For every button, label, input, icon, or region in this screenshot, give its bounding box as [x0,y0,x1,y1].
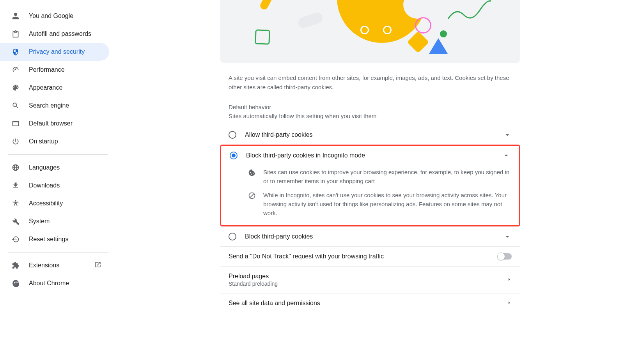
sidebar-item-performance[interactable]: Performance [0,61,109,79]
sidebar-separator [8,154,108,155]
sidebar-item-appearance[interactable]: Appearance [0,79,109,97]
sidebar-item-accessibility[interactable]: Accessibility [0,194,109,212]
sidebar-item-autofill[interactable]: Autofill and passwords [0,25,109,43]
settings-sidebar: You and Google Autofill and passwords Pr… [0,0,116,364]
explain-text: While in Incognito, sites can't use your… [263,191,511,218]
chevron-right-icon [507,300,512,307]
setting-label: Send a "Do Not Track" request with your … [229,253,384,260]
clipboard-icon [12,30,20,38]
sidebar-item-label: On startup [29,138,58,145]
option-block-incognito[interactable]: Block third-party cookies in Incognito m… [221,146,519,165]
browser-icon [12,120,20,127]
hero-illustration [220,0,520,63]
open-external-icon [94,261,101,270]
sidebar-item-label: About Chrome [29,280,69,287]
search-icon [12,102,20,110]
radio-icon [229,233,236,240]
chevron-down-icon[interactable] [503,232,512,241]
sidebar-item-search-engine[interactable]: Search engine [0,97,109,115]
toggle-off[interactable] [498,253,512,260]
setting-label: See all site data and permissions [229,300,320,306]
person-icon [12,12,20,20]
option-allow-third-party[interactable]: Allow third-party cookies [220,125,520,145]
option-label: Block third-party cookies [245,233,313,240]
setting-site-data[interactable]: See all site data and permissions [220,293,520,313]
sidebar-item-label: Downloads [29,182,60,189]
chevron-right-icon [507,276,512,283]
chevron-up-icon[interactable] [502,151,511,160]
explain-cookies: Sites can use cookies to improve your br… [221,165,519,188]
download-icon [12,182,20,189]
sidebar-item-label: Accessibility [29,200,63,207]
sidebar-item-label: Languages [29,164,60,171]
default-behavior-heading: Default behavior [220,97,520,113]
sidebar-item-label: Default browser [29,120,73,127]
explain-incognito-block: While in Incognito, sites can't use your… [221,188,519,220]
radio-selected-icon [230,152,238,159]
sidebar-item-default-browser[interactable]: Default browser [0,115,109,133]
chevron-down-icon[interactable] [503,131,512,139]
sidebar-item-system[interactable]: System [0,212,109,230]
power-icon [12,138,20,145]
sidebar-item-label: You and Google [29,12,73,19]
option-block-third-party[interactable]: Block third-party cookies [220,226,520,246]
sidebar-item-label: Reset settings [29,236,68,243]
sidebar-item-label: Autofill and passwords [29,30,91,37]
sidebar-item-label: Extensions [29,262,59,269]
sidebar-item-label: System [29,218,50,225]
block-icon [248,192,256,200]
sidebar-item-languages[interactable]: Languages [0,159,109,177]
shield-icon [12,48,20,56]
palette-icon [12,84,20,92]
sidebar-separator [8,252,108,253]
restore-icon [12,235,20,243]
sidebar-item-label: Search engine [29,102,69,109]
cookie-icon [248,169,256,177]
accessibility-icon [12,200,20,207]
setting-do-not-track[interactable]: Send a "Do Not Track" request with your … [220,246,520,266]
setting-preload-pages[interactable]: Preload pages Standard preloading [220,266,520,293]
sidebar-item-reset[interactable]: Reset settings [0,230,109,248]
sidebar-item-label: Appearance [29,84,62,91]
sidebar-item-you-and-google[interactable]: You and Google [0,7,109,25]
speedometer-icon [12,66,20,74]
default-behavior-subtext: Sites automatically follow this setting … [220,113,520,125]
option-label: Allow third-party cookies [245,131,312,138]
intro-text: A site you visit can embed content from … [220,73,520,97]
option-block-incognito-highlighted: Block third-party cookies in Incognito m… [220,145,520,226]
sidebar-item-on-startup[interactable]: On startup [0,133,109,150]
setting-label: Preload pages [229,273,507,280]
sidebar-item-about-chrome[interactable]: About Chrome [0,274,109,292]
cookies-panel: A site you visit can embed content from … [220,0,520,364]
setting-sublabel: Standard preloading [229,281,507,287]
option-label: Block third-party cookies in Incognito m… [246,152,365,159]
sidebar-item-downloads[interactable]: Downloads [0,177,109,194]
globe-icon [12,164,20,171]
sidebar-item-label: Privacy and security [29,48,85,55]
sidebar-item-extensions[interactable]: Extensions [0,256,109,274]
extension-icon [12,262,20,269]
sidebar-item-privacy[interactable]: Privacy and security [0,43,109,61]
radio-icon [229,131,236,139]
settings-content: A site you visit can embed content from … [116,0,624,364]
chrome-icon [12,279,20,287]
explain-text: Sites can use cookies to improve your br… [263,168,511,186]
sidebar-item-label: Performance [29,66,65,73]
wrench-icon [12,217,20,225]
